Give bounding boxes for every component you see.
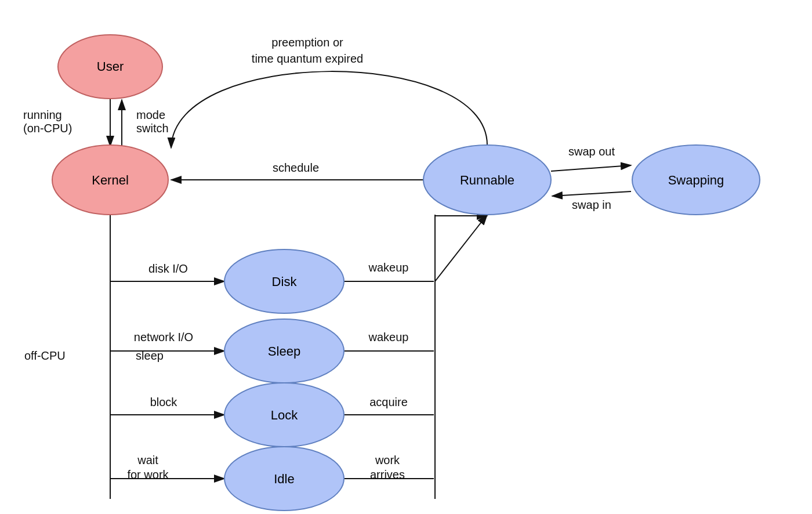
sleep-label-node: Sleep bbox=[268, 344, 300, 359]
network-io-label: network I/O bbox=[134, 331, 193, 343]
mode-switch-label2: switch bbox=[136, 122, 169, 135]
running-label2: (on-CPU) bbox=[23, 122, 72, 135]
work-arrives-label2: arrives bbox=[370, 468, 405, 481]
disk-io-label: disk I/O bbox=[148, 262, 188, 275]
wakeup-disk-label: wakeup bbox=[368, 261, 409, 274]
swap-out-arrow bbox=[551, 165, 631, 171]
sleep-label: sleep bbox=[136, 349, 164, 362]
idle-label: Idle bbox=[274, 472, 294, 486]
preemption-arc bbox=[171, 71, 487, 148]
runnable-label: Runnable bbox=[460, 173, 514, 187]
swap-out-label: swap out bbox=[568, 145, 615, 158]
lock-label: Lock bbox=[271, 408, 298, 422]
wakeup-sleep-label: wakeup bbox=[368, 331, 409, 343]
wait-for-work-label2: for work bbox=[127, 468, 169, 481]
disk-label: Disk bbox=[272, 274, 298, 289]
swap-in-label: swap in bbox=[572, 198, 611, 211]
mode-switch-label: mode bbox=[136, 108, 165, 121]
work-arrives-label: work bbox=[375, 454, 400, 466]
preemption-label: preemption or bbox=[271, 36, 343, 49]
kernel-label: Kernel bbox=[92, 173, 129, 187]
user-label: User bbox=[97, 59, 124, 74]
acquire-label: acquire bbox=[369, 396, 408, 408]
swap-in-arrow bbox=[552, 191, 631, 196]
schedule-label: schedule bbox=[273, 161, 319, 174]
swapping-label: Swapping bbox=[668, 173, 724, 187]
block-label: block bbox=[150, 396, 178, 408]
off-cpu-label: off-CPU bbox=[24, 349, 66, 362]
wait-for-work-label: wait bbox=[137, 454, 158, 466]
preemption-label2: time quantum expired bbox=[252, 52, 363, 65]
running-label: running bbox=[23, 108, 62, 121]
wakeup-to-runnable-arrow bbox=[435, 215, 487, 281]
